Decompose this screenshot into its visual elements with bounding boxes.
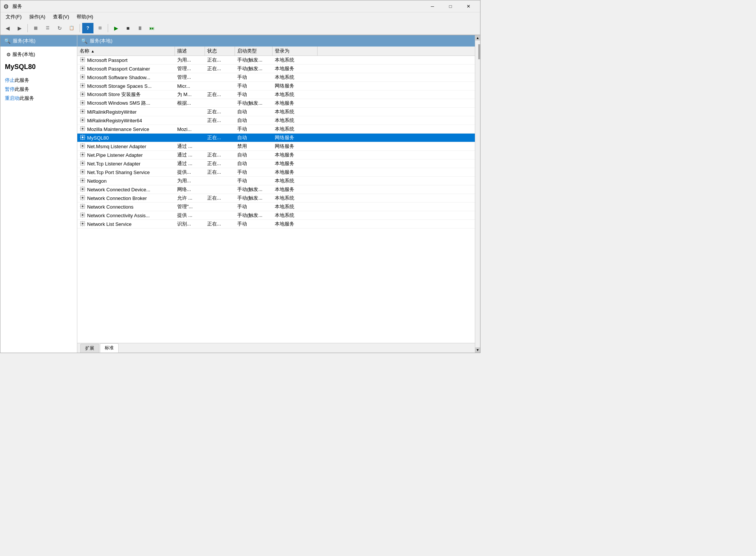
td-login: 网络服务 <box>273 142 318 150</box>
td-startup: 自动 <box>235 116 273 125</box>
view-btn-2[interactable]: ☰ <box>42 23 53 33</box>
stop-action: 停止此服务 <box>5 77 72 84</box>
table-row[interactable]: Net.Tcp Listener Adapter通过 ...正在...自动本地服… <box>77 159 475 168</box>
menu-help[interactable]: 帮助(H) <box>73 13 97 21</box>
table-row[interactable]: Microsoft Passport Container管理...正在...手动… <box>77 65 475 73</box>
col-header-name[interactable]: 名称 ▲ <box>77 47 175 56</box>
restart-button[interactable]: ⏭ <box>146 23 158 33</box>
td-desc: 提供 ... <box>175 211 205 219</box>
service-gear-icon <box>80 117 86 123</box>
scrollbar[interactable]: ▲ ▼ <box>475 35 480 353</box>
left-panel-header: 🔍 服务(本地) <box>0 35 77 47</box>
stop-button[interactable]: ■ <box>122 23 134 33</box>
table-row[interactable]: Microsoft Passport为用...正在...手动(触发...本地系统 <box>77 56 475 65</box>
table-row[interactable]: Microsoft Storage Spaces S...Micr...手动网络… <box>77 82 475 90</box>
service-name-text: MiRalinkRegistryWriter <box>87 109 137 115</box>
col-header-login[interactable]: 登录为 <box>273 47 318 56</box>
table-row[interactable]: Network Connected Device...网络...手动(触发...… <box>77 185 475 194</box>
restart-link[interactable]: 重启动 <box>5 95 20 101</box>
service-gear-icon <box>80 152 86 158</box>
stop-text: 此服务 <box>15 77 29 83</box>
scroll-down-btn[interactable]: ▼ <box>475 347 480 353</box>
pause-link[interactable]: 暂停 <box>5 86 15 92</box>
td-startup: 手动 <box>235 203 273 211</box>
table-row[interactable]: Net.Tcp Port Sharing Service提供...正在...手动… <box>77 168 475 177</box>
tab-扩展[interactable]: 扩展 <box>80 344 99 353</box>
col-header-startup[interactable]: 启动类型 <box>235 47 273 56</box>
export-button[interactable]: 📋 <box>66 23 77 33</box>
table-row[interactable]: MySQL80正在...自动网络服务 <box>77 134 475 142</box>
play-button[interactable]: ▶ <box>110 23 122 33</box>
table-row[interactable]: Network Connections管理"...手动本地系统 <box>77 203 475 211</box>
maximize-button[interactable]: □ <box>442 1 459 12</box>
col-header-desc[interactable]: 描述 <box>175 47 205 56</box>
table-row[interactable]: Microsoft Store 安装服务为 M...正在...手动本地系统 <box>77 90 475 99</box>
td-name: Net.Tcp Listener Adapter <box>77 160 175 167</box>
td-name: Network List Service <box>77 220 175 228</box>
pause-button[interactable]: ⏸ <box>134 23 146 33</box>
td-status <box>205 146 235 147</box>
service-name-text: Microsoft Store 安装服务 <box>87 91 141 98</box>
td-status: 正在... <box>205 220 235 228</box>
scroll-up-btn[interactable]: ▲ <box>475 35 480 41</box>
scroll-thumb[interactable] <box>478 44 480 59</box>
tab-标准[interactable]: 标准 <box>100 343 119 353</box>
forward-button[interactable]: ▶ <box>14 23 25 33</box>
service-name-text: Microsoft Passport Container <box>87 66 150 72</box>
col-header-status[interactable]: 状态 <box>205 47 235 56</box>
td-desc: 允许 ... <box>175 194 205 202</box>
menu-action[interactable]: 操作(A) <box>26 13 49 21</box>
table-row[interactable]: Network Connectivity Assis...提供 ...手动(触发… <box>77 211 475 220</box>
table-row[interactable]: Net.Msmq Listener Adapter通过 ...禁用网络服务 <box>77 142 475 151</box>
td-login: 本地系统 <box>273 90 318 99</box>
menu-view[interactable]: 查看(V) <box>49 13 73 21</box>
td-name: Microsoft Software Shadow... <box>77 74 175 81</box>
td-name: Network Connection Broker <box>77 194 175 202</box>
panel-button[interactable]: ⊞ <box>94 23 105 33</box>
view-btn-1[interactable]: ▦ <box>30 23 41 33</box>
right-panel-header: 🔍 服务(本地) <box>77 35 475 47</box>
service-name-text: Net.Tcp Port Sharing Service <box>87 170 150 175</box>
td-login: 本地系统 <box>273 177 318 185</box>
back-button[interactable]: ◀ <box>2 23 13 33</box>
help-button[interactable]: ? <box>82 23 93 33</box>
td-login: 本地系统 <box>273 194 318 202</box>
table-row[interactable]: Net.Pipe Listener Adapter通过 ...正在...自动本地… <box>77 151 475 159</box>
restart-text: 此服务 <box>20 95 34 101</box>
stop-link[interactable]: 停止 <box>5 77 15 83</box>
table-row[interactable]: Netlogon为用...手动本地系统 <box>77 177 475 185</box>
minimize-button[interactable]: ─ <box>424 1 441 12</box>
service-gear-icon <box>80 221 86 227</box>
left-panel: 🔍 服务(本地) ⚙ 服务(本地) MySQL80 停止此服务 暂停此服务 <box>0 35 77 353</box>
td-login: 网络服务 <box>273 82 318 90</box>
sidebar-tree-services[interactable]: ⚙ 服务(本地) <box>5 50 72 59</box>
service-gear-icon <box>80 203 86 209</box>
td-name: Microsoft Store 安装服务 <box>77 90 175 99</box>
table-row[interactable]: Mozilla Maintenance ServiceMozi...手动本地系统 <box>77 125 475 134</box>
table-row[interactable]: MiRalinkRegistryWriter正在...自动本地系统 <box>77 108 475 116</box>
service-gear-icon <box>80 100 86 106</box>
table-row[interactable]: MiRalinkRegistryWriter64正在...自动本地系统 <box>77 116 475 125</box>
td-desc: 为用... <box>175 56 205 64</box>
table-row[interactable]: Microsoft Windows SMS 路...根据...手动(触发...本… <box>77 99 475 108</box>
table-row[interactable]: Microsoft Software Shadow...管理...手动本地系统 <box>77 73 475 82</box>
td-startup: 手动 <box>235 82 273 90</box>
refresh-button[interactable]: ↻ <box>54 23 65 33</box>
td-login: 本地服务 <box>273 65 318 73</box>
td-status: 正在... <box>205 56 235 64</box>
service-name-text: Network List Service <box>87 221 131 227</box>
left-panel-title: 服务(本地) <box>13 38 36 44</box>
td-login: 本地系统 <box>273 108 318 116</box>
close-button[interactable]: ✕ <box>460 1 477 12</box>
td-startup: 手动(触发... <box>235 185 273 194</box>
service-gear-icon <box>80 177 86 183</box>
service-gear-icon <box>80 186 86 192</box>
table-row[interactable]: Network Connection Broker允许 ...正在...手动(触… <box>77 194 475 203</box>
menu-file[interactable]: 文件(F) <box>2 13 26 21</box>
td-startup: 手动(触发... <box>235 211 273 219</box>
table-header: 名称 ▲ 描述 状态 启动类型 登录为 <box>77 47 475 56</box>
td-desc: 根据... <box>175 99 205 107</box>
table-body[interactable]: Microsoft Passport为用...正在...手动(触发...本地系统… <box>77 56 475 343</box>
table-row[interactable]: Network List Service识别...正在...手动本地服务 <box>77 220 475 228</box>
td-name: Microsoft Passport Container <box>77 65 175 72</box>
